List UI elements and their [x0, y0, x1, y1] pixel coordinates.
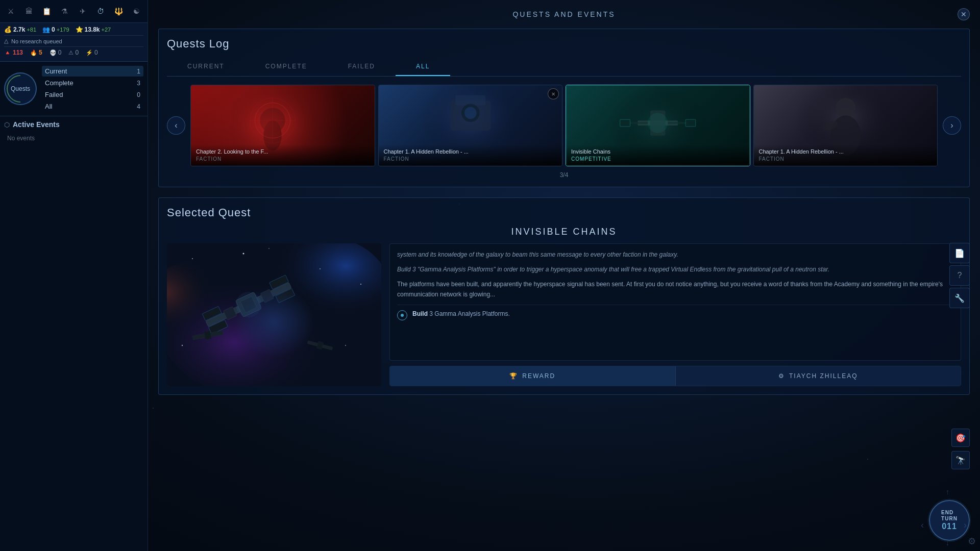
quests-log-title: Quests Log: [167, 37, 961, 51]
quest-card-3[interactable]: Invisible Chains COMPETITIVE: [566, 85, 750, 166]
quest-desc-3: The platforms have been built, and appar…: [397, 280, 953, 299]
tab-current[interactable]: CURRENT: [167, 58, 245, 76]
reward-icon: 🏆: [509, 372, 518, 380]
alert-red: 🔺 113: [4, 49, 23, 56]
nav-icon-empire[interactable]: 🏛: [22, 4, 36, 18]
svg-rect-15: [628, 122, 648, 124]
active-events-section: ⬡ Active Events No events: [0, 116, 148, 148]
quest-cards: Chapter 2. Looking to the F... FACTION: [190, 85, 938, 166]
quests-list: Current 1 Complete 3 Failed 0 All 4: [42, 66, 143, 112]
resource-bar: 💰 2.7k +81 👥 0 +179 ⭐ 13.8k +27 △ No res…: [0, 23, 148, 62]
svg-rect-46: [204, 331, 212, 340]
quest-card-1[interactable]: Chapter 2. Looking to the F... FACTION: [190, 85, 375, 166]
reward-button[interactable]: 🏆 REWARD: [390, 366, 676, 386]
quest-filter-all[interactable]: All 4: [42, 101, 143, 112]
tab-complete[interactable]: COMPLETE: [245, 58, 328, 76]
industry-resource: 👥 0 +179: [42, 26, 69, 33]
quest-filter-complete[interactable]: Complete 3: [42, 78, 143, 88]
quests-circle-icon: Quests: [4, 72, 37, 105]
svg-point-33: [345, 345, 346, 346]
quest-card-1-overlay: Chapter 2. Looking to the F... FACTION: [191, 144, 375, 166]
objective-icon: [397, 310, 407, 320]
main-content: QUESTS AND EVENTS ✕ Quests Log CURRENT C…: [148, 0, 980, 551]
quest-detail: system and its knowledge of the galaxy t…: [167, 243, 961, 386]
settings-icon-bottom[interactable]: ⚙: [968, 536, 976, 547]
quest-desc-1: system and its knowledge of the galaxy t…: [397, 250, 953, 260]
quest-card-4[interactable]: Chapter 1. A Hidden Rebellion - ... FACT…: [753, 85, 938, 166]
quest-info: system and its knowledge of the galaxy t…: [389, 243, 961, 386]
svg-point-26: [246, 243, 381, 337]
svg-point-11: [464, 107, 476, 119]
quests-header: Quests Current 1 Complete 3 Failed 0 All…: [4, 66, 143, 112]
quest-card-2-cancel[interactable]: ✕: [548, 88, 559, 99]
nav-arrow-down[interactable]: ↓: [946, 539, 949, 547]
carousel-indicator: 3/4: [167, 171, 961, 179]
quest-info-inner: system and its knowledge of the galaxy t…: [389, 243, 961, 361]
research-row: △ No research queued: [4, 35, 143, 46]
end-turn-label: ENDTURN: [941, 510, 958, 522]
modal-header: QUESTS AND EVENTS ✕: [158, 10, 970, 18]
alert-fire: 🔥 5: [30, 49, 42, 56]
food-resource: ⭐ 13.8k +27: [76, 26, 111, 33]
active-events-header: ⬡ Active Events: [4, 120, 143, 129]
alert-warning: ⚠ 0: [68, 49, 79, 56]
selected-quest-section-title: Selected Quest: [167, 206, 961, 219]
quests-log-section: Quests Log CURRENT COMPLETE FAILED ALL ‹: [158, 29, 970, 187]
nav-icon-log[interactable]: 📋: [40, 4, 54, 18]
svg-point-4: [250, 98, 296, 143]
nav-icons-bar: ⚔ 🏛 📋 ⚗ ✈ ⏱ 🔱 ☯: [0, 0, 148, 23]
nav-icon-diplomacy[interactable]: 🔱: [111, 4, 126, 18]
selected-quest-section: Selected Quest INVISIBLE CHAINS: [158, 197, 970, 395]
quests-panel: Quests Current 1 Complete 3 Failed 0 All…: [0, 62, 148, 116]
quest-card-3-overlay: Invisible Chains COMPETITIVE: [566, 144, 750, 166]
svg-point-29: [243, 253, 244, 255]
map-zoom-out[interactable]: 🔭: [951, 451, 970, 469]
modal-title: QUESTS AND EVENTS: [512, 10, 615, 18]
dust-resource: 💰 2.7k +81: [4, 26, 36, 33]
alert-row: 🔺 113 🔥 5 💀 0 ⚠ 0 ⚡ 0: [4, 46, 143, 58]
tab-failed[interactable]: FAILED: [328, 58, 396, 76]
svg-point-32: [268, 248, 270, 249]
tab-all[interactable]: ALL: [396, 58, 450, 76]
close-button[interactable]: ✕: [958, 8, 970, 20]
objective-dot: [401, 314, 404, 317]
faction-icon: ⚙: [778, 372, 785, 380]
quest-actions: 🏆 REWARD ⚙ Tiaych Zhilleaq: [389, 366, 961, 386]
svg-point-21: [836, 98, 856, 118]
nav-arrow-up[interactable]: ↑: [946, 488, 949, 496]
quest-card-2-overlay: Chapter 1. A Hidden Rebellion - ... FACT…: [379, 144, 562, 166]
quest-objective: Build 3 Gamma Analysis Platforms.: [397, 305, 953, 324]
svg-rect-37: [240, 296, 257, 313]
svg-point-19: [648, 113, 668, 133]
map-zoom-in[interactable]: 🎯: [951, 429, 970, 447]
svg-rect-36: [235, 292, 261, 317]
faction-button[interactable]: ⚙ Tiaych Zhilleaq: [676, 366, 961, 386]
svg-point-1: [260, 108, 285, 133]
alert-bolt: ⚡ 0: [86, 49, 98, 56]
objective-text: Build 3 Gamma Analysis Platforms.: [412, 309, 510, 318]
nav-arrow-left[interactable]: ‹: [921, 520, 924, 531]
quest-image-bg: [167, 243, 381, 386]
nav-icon-quests[interactable]: ⏱: [93, 4, 108, 18]
quest-carousel: ‹: [167, 85, 961, 166]
nav-icon-combat[interactable]: ⚔: [4, 4, 18, 18]
quest-image-art: [167, 243, 381, 386]
svg-rect-18: [685, 119, 696, 127]
quest-card-2[interactable]: Chapter 1. A Hidden Rebellion - ... FACT…: [378, 85, 563, 166]
quest-filter-failed[interactable]: Failed 0: [42, 89, 143, 100]
nav-icon-fleet[interactable]: ✈: [76, 4, 90, 18]
carousel-prev-button[interactable]: ‹: [167, 116, 185, 135]
svg-point-28: [192, 258, 193, 259]
nav-icon-special[interactable]: ☯: [129, 4, 143, 18]
panel-btn-2[interactable]: ?: [949, 265, 970, 286]
nav-arrow-right[interactable]: ›: [964, 520, 967, 531]
nav-icon-science[interactable]: ⚗: [58, 4, 72, 18]
quest-filter-current[interactable]: Current 1: [42, 66, 143, 77]
panel-btn-3[interactable]: 🔧: [949, 288, 970, 308]
panel-btn-1[interactable]: 📄: [949, 243, 970, 263]
end-turn-number: 011: [942, 522, 957, 531]
carousel-next-button[interactable]: ›: [943, 116, 961, 135]
svg-point-44: [232, 288, 265, 321]
svg-point-31: [360, 284, 361, 285]
alert-skull: 💀 0: [50, 49, 62, 56]
